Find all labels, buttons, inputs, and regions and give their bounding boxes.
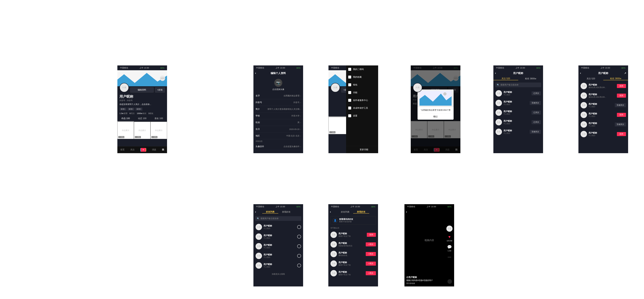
rec-row[interactable]: 头像用户昵称该用户关注了你回关 [328, 230, 378, 240]
back-icon[interactable]: ‹ [580, 72, 581, 75]
user-row[interactable]: 头像用户昵称被你拉黑,请从黑名单...回关 [578, 81, 628, 91]
tab-friend-list[interactable]: 好友列表 [262, 210, 278, 214]
tag[interactable]: 标签1 [120, 108, 126, 111]
user-row[interactable]: 头像用户昵称个人简介互相关注 [494, 98, 543, 108]
field-region[interactable]: 地区中国·北京·北京› [254, 132, 303, 139]
nav-me[interactable]: 我 [162, 148, 164, 151]
nav-create[interactable]: + [140, 148, 146, 152]
drawer-features[interactable]: 功能 [346, 89, 378, 96]
tab-following[interactable]: 关注 520 [578, 77, 603, 80]
followback-button[interactable]: 回关 [617, 94, 626, 98]
friend-row[interactable]: 头像用户昵称个人简介 [254, 261, 303, 270]
follow-button[interactable]: +关注 [366, 242, 376, 246]
music-ticker[interactable]: 音乐滚动条 [406, 282, 445, 284]
user-row[interactable]: 头像用户昵称个人简介互相关注 [578, 100, 628, 110]
share-icon[interactable]: ↗ [624, 72, 626, 75]
followed-button[interactable]: 已关注 [532, 120, 541, 124]
add-friend-button[interactable]: +好友 [155, 87, 165, 92]
edit-profile-button[interactable]: 编辑资料 [130, 87, 154, 92]
drawer-more[interactable]: 更多功能 [346, 146, 378, 153]
drawer-favorites[interactable]: 我的收藏 [346, 73, 378, 81]
stat-fans[interactable]: 1000w粉丝 [137, 112, 146, 115]
user-row[interactable]: 头像用户昵称个人简介已关注 [494, 108, 543, 118]
user-row[interactable]: 头像用户昵称个人简介已关注 [494, 118, 543, 127]
followed-button[interactable]: 已关注 [532, 91, 541, 95]
author-at[interactable]: @用户昵称 [406, 276, 445, 279]
user-row[interactable]: 头像用户昵称个人简介回关 [578, 129, 628, 139]
friend-row[interactable]: 头像用户昵称个人简介 [254, 251, 303, 261]
music-disc-icon[interactable] [447, 279, 452, 284]
tab-feed[interactable]: 动态 100 [134, 116, 150, 122]
field-name[interactable]: 名字去西藏的海边看雪› [254, 92, 303, 99]
popup-confirm-button[interactable]: 确认 [418, 113, 454, 120]
nav-home[interactable]: 首页 [120, 148, 124, 151]
back-icon[interactable]: ‹ [255, 210, 256, 214]
user-row[interactable]: 头像用户昵称被你拉黑,请从黑名单...回关 [578, 91, 628, 100]
field-pendant[interactable]: 头像挂件点击设置头像挂件› [254, 143, 303, 150]
work-tile[interactable]: 作品展示▷ 140w [134, 122, 150, 139]
nav-msg[interactable]: 消息 [152, 148, 156, 151]
search-input[interactable]: 🔍搜索用户备注或名称 [495, 82, 541, 87]
rec-row[interactable]: 头像用户昵称你的好友同款关注+关注 [328, 240, 378, 249]
user-row[interactable]: 头像用户昵称个人简介互相关注 [494, 127, 543, 136]
friend-row[interactable]: 头像用户昵称个人简介 [254, 222, 303, 232]
follow-button[interactable]: +关注 [366, 262, 376, 266]
chat-icon[interactable] [297, 264, 301, 267]
field-bio[interactable]: 简介填写个人简介更容易获得别人关注哦› [254, 106, 303, 112]
mutual-button[interactable]: 互相关注 [615, 103, 626, 107]
mutual-button[interactable]: 互相关注 [615, 122, 626, 126]
tab-fans[interactable]: 粉丝 3800w [518, 77, 543, 80]
user-row[interactable]: 头像用户昵称个人简介互相关注 [578, 120, 628, 129]
work-tile[interactable]: 作品展示▷ 140w [150, 122, 167, 139]
drawer-creator[interactable]: 创作者服务中心 [346, 96, 378, 104]
rec-row[interactable]: 头像用户昵称通讯录好友..+关注 [328, 249, 378, 259]
tab-likes[interactable]: 喜欢 100 [150, 116, 167, 122]
chat-icon[interactable] [297, 225, 301, 229]
friend-row[interactable]: 头像用户昵称个人简介 [254, 242, 303, 251]
avatar-editor[interactable]: 📷 点击更换头像 [254, 76, 303, 92]
stat-praise[interactable]: 1.3w获赞 [120, 112, 128, 115]
tag[interactable]: 标签3 [135, 108, 142, 111]
tag[interactable]: 标签2 [128, 108, 134, 111]
field-school[interactable]: 学校抖音大学› [254, 112, 303, 119]
tab-fans[interactable]: 粉丝 3800w [603, 77, 628, 80]
camera-icon[interactable]: 📷 [274, 79, 282, 87]
drawer-qrcode[interactable]: 我的二维码 [346, 66, 378, 73]
back-icon[interactable]: ‹ [255, 72, 256, 75]
user-row[interactable]: 头像用户昵称个人简介回关 [578, 110, 628, 120]
tab-following[interactable]: 关注 520 [494, 77, 518, 80]
tab-discover[interactable]: 发现好友 [353, 210, 369, 214]
follow-button[interactable]: +关注 [366, 271, 376, 275]
stat-friends[interactable]: 3朋友 [148, 112, 154, 115]
followback-button[interactable]: 回关 [617, 84, 626, 88]
friend-row[interactable]: 头像用户昵称个人简介 [254, 232, 303, 242]
chat-icon[interactable] [297, 254, 301, 258]
tab-discover[interactable]: 发现好友 [278, 210, 294, 214]
back-icon[interactable]: ‹ [330, 210, 331, 214]
followed-button[interactable]: 已关注 [532, 110, 541, 114]
search-input[interactable]: 🔍搜索用户备注或名称 [255, 216, 301, 221]
work-tile[interactable]: 作品展示▷ 140w [117, 122, 134, 139]
comment-button[interactable]: 💬1.2w [447, 244, 452, 252]
profile-avatar[interactable]: 头像 [120, 83, 129, 92]
chat-icon[interactable] [297, 235, 301, 238]
nav-follow[interactable]: 关注 [130, 148, 134, 151]
chat-icon[interactable] [297, 244, 301, 248]
followback-button[interactable]: 回关 [617, 113, 626, 117]
rec-row[interactable]: 头像用户昵称该用户关注了你+关注 [328, 268, 378, 278]
field-gender[interactable]: 性别男› [254, 119, 303, 126]
author-avatar[interactable]: 头像 [446, 226, 452, 232]
contacts-card[interactable]: 👤 查看通讯录好友看看TA在玩抖音 [330, 216, 376, 224]
drawer-settings[interactable]: 设置 [346, 112, 378, 120]
tab-friend-list[interactable]: 好友列表 [337, 210, 353, 214]
back-icon[interactable]: ‹ [495, 72, 496, 75]
drawer-wallet[interactable]: 钱包 [346, 81, 378, 89]
like-button[interactable]: ♥123.3w [447, 234, 452, 242]
rec-row[interactable]: 头像用户昵称该用户关注了你+关注 [328, 259, 378, 268]
stat-follow[interactable]: 6关注 [130, 112, 135, 115]
mutual-button[interactable]: 互相关注 [530, 130, 541, 134]
field-birthday[interactable]: 生日2020-05-20› [254, 126, 303, 132]
share-icon[interactable]: ⋯ [447, 254, 452, 260]
mutual-button[interactable]: 互相关注 [530, 101, 541, 105]
tab-works[interactable]: 作品 100 [117, 116, 134, 122]
